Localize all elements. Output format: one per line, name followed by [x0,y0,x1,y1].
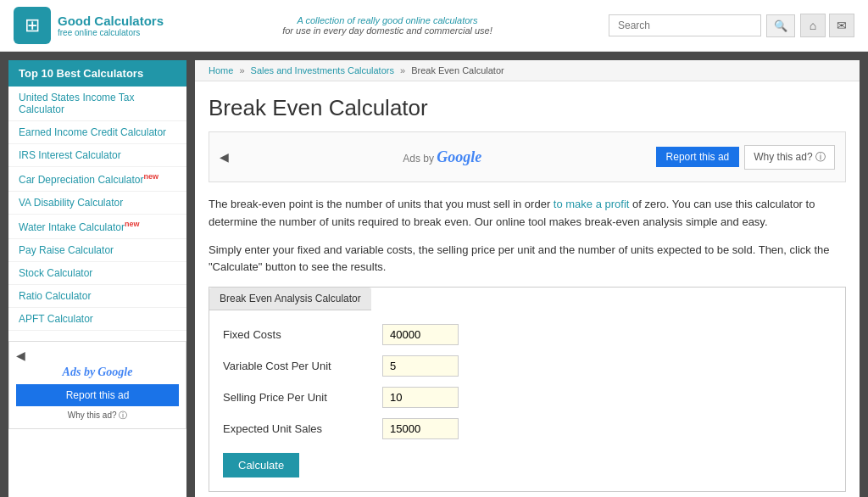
description-2: Simply enter your fixed and variable cos… [209,242,846,277]
sidebar-report-ad-button[interactable]: Report this ad [16,384,179,406]
calc-row-variable-cost: Variable Cost Per Unit [223,355,832,377]
calc-label-expected-sales: Expected Unit Sales [223,422,376,435]
breadcrumb-sep1: » [239,65,244,75]
content-why-ad-button[interactable]: Why this ad? ⓘ [744,145,835,170]
content-ad-back[interactable]: ◀ [220,150,229,164]
content-ad-actions: Report this ad Why this ad? ⓘ [656,145,835,170]
sidebar-ad: ◀ Ads by Google Report this ad Why this … [8,341,186,429]
site-header: ⊞ Good Calculators free online calculato… [0,0,868,52]
logo-text: Good Calculators free online calculators [58,14,164,37]
sidebar-link-5[interactable]: Water Intake Calculatornew [8,215,186,239]
search-input[interactable] [609,14,761,36]
breadcrumb-sep2: » [400,65,405,75]
calc-input-selling-price[interactable] [382,387,459,408]
tagline-line2: for use in every day domestic and commer… [180,25,595,36]
calc-title-bar: Break Even Analysis Calculator [209,288,371,310]
search-button[interactable]: 🔍 [766,14,795,37]
sidebar-why-ad[interactable]: Why this ad? ⓘ [16,410,179,422]
logo-sub: free online calculators [58,28,164,37]
calc-row-expected-sales: Expected Unit Sales [223,418,832,439]
logo-area: ⊞ Good Calculators free online calculato… [14,7,166,44]
content-ad: ◀ Ads by Google Report this ad Why this … [209,131,846,182]
breadcrumb-current: Break Even Calculator [411,65,504,75]
sidebar-link-9[interactable]: APFT Calculator [8,308,186,331]
sidebar-link-3[interactable]: Car Depreciation Calculatornew [8,167,186,192]
tagline: A collection of really good online calcu… [180,15,595,36]
home-button[interactable]: ⌂ [800,14,826,37]
sidebar-links: United States Income Tax CalculatorEarne… [8,87,186,331]
content-ads-label: Ads by Google [403,148,481,166]
header-icons: ⌂ ✉ [800,14,854,37]
logo-name: Good Calculators [58,14,164,28]
calc-input-fixed-costs[interactable] [382,324,459,345]
sidebar-title: Top 10 Best Calculators [8,60,186,87]
page-title: Break Even Calculator [209,95,846,121]
calculator-box: Break Even Analysis Calculator Fixed Cos… [209,287,846,492]
breadcrumb: Home » Sales and Investments Calculators… [195,60,860,81]
sidebar-ads-by-google: Ads by Google [16,366,179,379]
breadcrumb-home[interactable]: Home [209,65,233,75]
sidebar-ad-back[interactable]: ◀ [16,349,179,362]
calc-input-expected-sales[interactable] [382,418,459,439]
calc-label-selling-price: Selling Price Per Unit [223,391,376,404]
calc-row-fixed-costs: Fixed Costs [223,324,832,345]
sidebar-link-8[interactable]: Ratio Calculator [8,285,186,308]
description-1: The break-even point is the number of un… [209,196,846,232]
content-inner: Break Even Calculator ◀ Ads by Google Re… [195,81,860,497]
calc-label-fixed-costs: Fixed Costs [223,328,376,341]
tagline-line1: A collection of really good online calcu… [180,15,595,25]
sidebar-link-7[interactable]: Stock Calculator [8,262,186,285]
main-wrapper: Top 10 Best Calculators United States In… [0,52,868,497]
calc-input-variable-cost[interactable] [382,355,459,377]
sidebar-link-0[interactable]: United States Income Tax Calculator [8,87,186,121]
logo-icon: ⊞ [14,7,51,44]
sidebar-link-6[interactable]: Pay Raise Calculator [8,239,186,262]
sidebar-link-1[interactable]: Earned Income Credit Calculator [8,121,186,144]
search-area: 🔍 ⌂ ✉ [609,14,854,37]
content-area: Home » Sales and Investments Calculators… [195,60,860,497]
email-button[interactable]: ✉ [829,14,854,37]
breadcrumb-section[interactable]: Sales and Investments Calculators [251,65,394,75]
calc-row-selling-price: Selling Price Per Unit [223,387,832,408]
calc-content: Fixed CostsVariable Cost Per UnitSelling… [209,310,845,491]
sidebar-link-4[interactable]: VA Disability Calculator [8,192,186,215]
sidebar: Top 10 Best Calculators United States In… [8,60,186,497]
calculate-button[interactable]: Calculate [223,453,299,477]
sidebar-link-2[interactable]: IRS Interest Calculator [8,144,186,167]
make-a-profit-link[interactable]: to make a profit [554,198,630,210]
content-report-ad-button[interactable]: Report this ad [656,147,740,167]
calc-label-variable-cost: Variable Cost Per Unit [223,360,376,372]
